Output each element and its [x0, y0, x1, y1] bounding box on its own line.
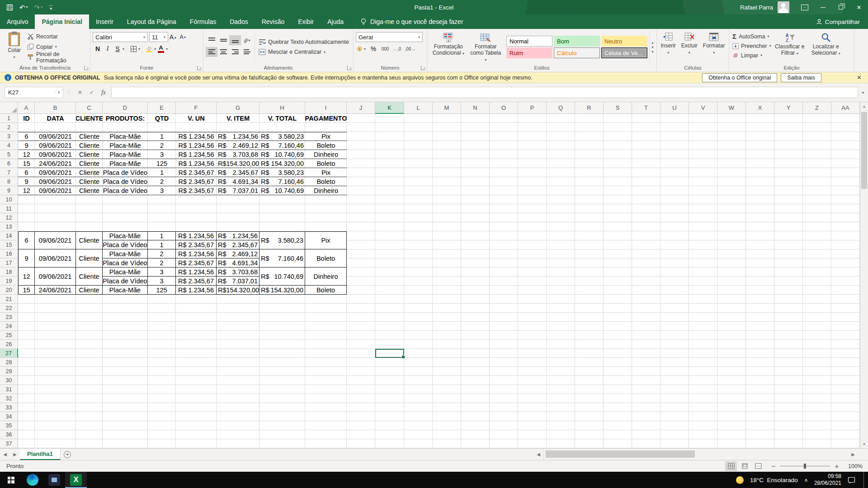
zoom-slider-thumb[interactable]: [804, 464, 806, 469]
row-header-18[interactable]: 18: [0, 267, 18, 277]
col-header-D[interactable]: D: [103, 102, 148, 114]
cell-A16[interactable]: 9: [18, 249, 35, 267]
row-header-28[interactable]: 28: [0, 358, 18, 367]
col-header-H[interactable]: H: [259, 102, 305, 114]
cell-F7[interactable]: R$ 2.345,67: [176, 168, 217, 177]
cell-G7[interactable]: R$2.345,67: [217, 168, 259, 177]
col-header-V[interactable]: V: [689, 102, 717, 114]
clock[interactable]: 09:58 28/06/2021: [814, 473, 841, 487]
paste-button[interactable]: Colar ▾: [2, 31, 26, 63]
cell-B6[interactable]: 24/06/2021: [35, 159, 76, 168]
col-header-I[interactable]: I: [305, 102, 347, 114]
cell-F4[interactable]: R$ 1.234,56: [176, 141, 217, 150]
header-V. UN[interactable]: V. UN: [176, 114, 217, 123]
col-header-G[interactable]: G: [217, 102, 259, 114]
show-desktop-button[interactable]: [863, 472, 865, 488]
cell-E15[interactable]: 1: [148, 240, 176, 249]
row-header-26[interactable]: 26: [0, 340, 18, 349]
fill-color-icon[interactable]: [144, 44, 154, 54]
row-header-34[interactable]: 34: [0, 412, 18, 421]
col-header-Y[interactable]: Y: [774, 102, 803, 114]
cell-G17[interactable]: R$4.691,34: [217, 258, 259, 267]
zoom-level[interactable]: 100%: [844, 463, 863, 469]
minimize-button[interactable]: [814, 0, 832, 14]
bold-button[interactable]: N: [93, 44, 103, 54]
cell-A6[interactable]: 15: [18, 159, 35, 168]
cell-style-Cálculo[interactable]: Cálculo: [554, 47, 600, 58]
row-header-30[interactable]: 30: [0, 376, 18, 385]
header-V. ITEM[interactable]: V. ITEM: [217, 114, 259, 123]
row-header-36[interactable]: 36: [0, 430, 18, 439]
ribbon-display-options-icon[interactable]: ︿: [796, 0, 814, 14]
italic-button[interactable]: I: [103, 44, 113, 54]
number-format-select[interactable]: Geral▾: [356, 32, 423, 42]
decrease-decimal-icon[interactable]: ,00→: [404, 44, 416, 54]
chevron-down-icon[interactable]: ▾: [138, 47, 140, 51]
cell-B16[interactable]: 09/06/2021: [35, 249, 76, 267]
confirm-entry-icon[interactable]: ✓: [86, 87, 98, 98]
cell-G16[interactable]: R$2.469,12: [217, 249, 259, 258]
format-cells-button[interactable]: Formatar ▾: [701, 31, 727, 63]
row-header-29[interactable]: 29: [0, 367, 18, 376]
copy-button[interactable]: Copiar ▾: [26, 42, 88, 52]
name-box[interactable]: K27 ▾: [5, 87, 63, 98]
chevron-down-icon[interactable]: ▾: [166, 47, 168, 51]
share-button[interactable]: Compartilhar: [816, 14, 868, 29]
cell-G14[interactable]: R$1.234,56: [217, 231, 259, 240]
zoom-out-icon[interactable]: −: [770, 462, 777, 470]
sheet-nav-left-icon[interactable]: ◀: [0, 449, 10, 460]
cell-H14[interactable]: R$3.580,23: [259, 231, 305, 249]
cell-F14[interactable]: R$ 1.234,56: [176, 231, 217, 240]
align-left-icon[interactable]: [206, 47, 217, 57]
tell-me-box[interactable]: Diga-me o que você deseja fazer: [360, 14, 463, 29]
taskbar-excel-button[interactable]: X: [65, 472, 87, 488]
cell-I8[interactable]: Boleto: [305, 177, 347, 186]
align-bottom-icon[interactable]: [229, 35, 241, 45]
col-header-AA[interactable]: AA: [831, 102, 860, 114]
col-header-T[interactable]: T: [632, 102, 660, 114]
user-name[interactable]: Rafael Parra: [740, 4, 773, 11]
cell-B3[interactable]: 09/06/2021: [35, 132, 76, 141]
cell-I20[interactable]: Boleto: [305, 286, 347, 295]
cell-B14[interactable]: 09/06/2021: [35, 231, 76, 249]
cell-D17[interactable]: Placa de Vídeo: [103, 258, 148, 267]
col-header-C[interactable]: C: [76, 102, 103, 114]
cell-G3[interactable]: R$1.234,56: [217, 132, 259, 141]
row-header-24[interactable]: 24: [0, 322, 18, 331]
cell-style-Neutro[interactable]: Neutro: [601, 36, 647, 47]
cell-I9[interactable]: Dinheiro: [305, 186, 347, 195]
cell-I7[interactable]: Pix: [305, 168, 347, 177]
cell-H16[interactable]: R$7.160,46: [259, 249, 305, 267]
get-office-button[interactable]: Obtenha o Office original: [702, 73, 777, 82]
cell-B4[interactable]: 09/06/2021: [35, 141, 76, 150]
warning-close-icon[interactable]: ✕: [857, 74, 862, 81]
start-button[interactable]: [0, 472, 22, 488]
cell-B18[interactable]: 09/06/2021: [35, 267, 76, 286]
ribbon-tab-Inserir[interactable]: Inserir: [89, 14, 120, 29]
cell-G4[interactable]: R$2.469,12: [217, 141, 259, 150]
row-header-1[interactable]: 1: [0, 114, 18, 123]
col-header-X[interactable]: X: [746, 102, 774, 114]
row-header-16[interactable]: 16: [0, 249, 18, 258]
currency-icon[interactable]: $▾: [356, 44, 367, 54]
cell-B20[interactable]: 24/06/2021: [35, 286, 76, 295]
page-layout-view-icon[interactable]: [739, 461, 750, 471]
weather-text[interactable]: 18°C Ensolarado: [750, 477, 798, 483]
cell-D3[interactable]: Placa-Mãe: [103, 132, 148, 141]
cancel-entry-icon[interactable]: ✕: [74, 87, 86, 98]
cell-F20[interactable]: R$ 1.234,56: [176, 286, 217, 295]
cell-F6[interactable]: R$ 1.234,56: [176, 159, 217, 168]
decrease-indent-icon[interactable]: [229, 47, 241, 57]
cell-A14[interactable]: 6: [18, 231, 35, 249]
cell-F17[interactable]: R$ 2.345,67: [176, 258, 217, 267]
row-header-15[interactable]: 15: [0, 240, 18, 249]
taskbar-app-button[interactable]: [43, 472, 65, 488]
col-header-J[interactable]: J: [347, 102, 375, 114]
cell-A8[interactable]: 9: [18, 177, 35, 186]
scroll-down-icon[interactable]: ▼: [860, 440, 868, 448]
cell-E19[interactable]: 3: [148, 277, 176, 286]
cell-C7[interactable]: Cliente: [76, 168, 103, 177]
cell-B7[interactable]: 09/06/2021: [35, 168, 76, 177]
cell-E9[interactable]: 3: [148, 186, 176, 195]
header-CLIENTE[interactable]: CLIENTE: [76, 114, 103, 123]
